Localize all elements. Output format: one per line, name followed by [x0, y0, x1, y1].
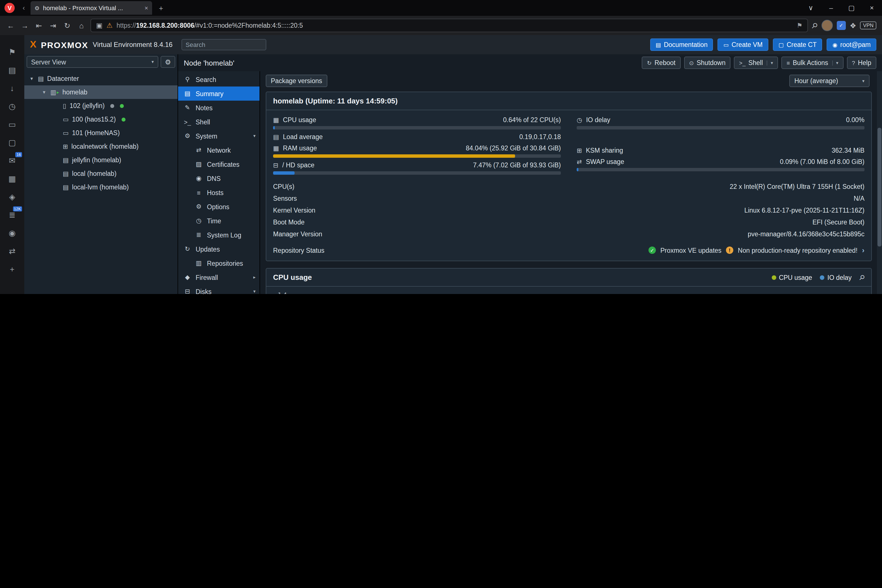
chevron-right-icon[interactable]: ›: [862, 246, 864, 254]
tree-item-local-homelab[interactable]: ▤local (homelab): [24, 167, 177, 180]
home-icon[interactable]: ⌂: [76, 21, 87, 30]
menu-item-summary[interactable]: ▤Summary: [178, 87, 260, 100]
menu-item-shell[interactable]: >_Shell: [178, 115, 260, 129]
sessions-icon[interactable]: ▭: [0, 116, 24, 134]
pve-search-input[interactable]: [182, 39, 266, 50]
search-icon[interactable]: ⚲: [810, 21, 820, 30]
menu-item-repositories[interactable]: ▥Repositories: [178, 256, 260, 270]
menu-item-disks[interactable]: ⊟Disks▾: [178, 284, 260, 294]
mail-icon[interactable]: ✉16: [0, 152, 24, 170]
vpn-badge[interactable]: VPN: [860, 21, 876, 29]
menu-item-certificates[interactable]: ▨Certificates: [178, 157, 260, 171]
tree-item-local-lvm-homelab[interactable]: ▤local-lvm (homelab): [24, 180, 177, 194]
vertical-scrollbar[interactable]: [877, 71, 882, 294]
tree-item-homelab[interactable]: ▾▥▸homelab: [24, 86, 177, 99]
reboot-button[interactable]: ↻ Reboot: [642, 57, 681, 69]
feeds-icon[interactable]: ◈: [0, 188, 24, 206]
create-vm-button[interactable]: ▭ Create VM: [718, 39, 768, 51]
tree-item-100-haos15-2[interactable]: ▭100 (haos15.2): [24, 112, 177, 126]
documentation-button[interactable]: ▤ Documentation: [650, 39, 713, 51]
package-versions-button[interactable]: Package versions: [266, 75, 327, 87]
web-panels-icon[interactable]: ▢: [0, 134, 24, 152]
bookmarks-icon[interactable]: ⚑: [0, 43, 24, 61]
sync-icon[interactable]: ⇄: [0, 242, 24, 260]
contacts-icon[interactable]: ◉: [0, 224, 24, 242]
vivaldi-menu-icon[interactable]: V: [4, 3, 15, 13]
menu-item-firewall[interactable]: ◆Firewall▸: [178, 270, 260, 284]
calendar-icon[interactable]: ▦: [0, 170, 24, 188]
bulk-actions-button[interactable]: ≡ Bulk Actions ▾: [782, 57, 843, 69]
tab-close-icon[interactable]: ×: [144, 4, 148, 11]
proxmox-logo: PROXMOX: [41, 40, 88, 50]
tree-item-102-jellyfin[interactable]: ▯102 (jellyfin): [24, 99, 177, 112]
add-web-panel-icon[interactable]: +: [0, 260, 24, 278]
menu-item-dns[interactable]: ◉DNS: [178, 171, 260, 186]
tracker-shield-icon[interactable]: ▣: [96, 21, 103, 29]
menu-item-system[interactable]: ⚙System▾: [178, 129, 260, 143]
chevron-down-icon[interactable]: ▾: [767, 60, 773, 65]
forward-icon[interactable]: →: [20, 21, 30, 30]
gauge-label-text: KSM sharing: [586, 147, 623, 154]
spacer: [577, 132, 864, 145]
menu-item-label: Search: [196, 76, 216, 83]
caret-down-icon[interactable]: ▾: [29, 76, 34, 81]
tasks-icon[interactable]: ≣12K: [0, 206, 24, 224]
caret-down-icon[interactable]: ▾: [253, 134, 255, 138]
menu-item-system-log[interactable]: ≣System Log: [178, 228, 260, 242]
new-tab-button[interactable]: +: [159, 4, 163, 12]
caret-down-icon[interactable]: ▾: [41, 89, 47, 95]
menu-item-network[interactable]: ⇄Network: [178, 143, 260, 157]
insecure-warning-icon[interactable]: ⚠: [106, 21, 113, 29]
url-field[interactable]: ▣ ⚠ https://192.168.8.200:8006/#v1:0:=no…: [90, 19, 808, 32]
proxmox-favicon: ⚙: [34, 5, 40, 11]
bookmark-icon[interactable]: ⚑: [796, 21, 802, 29]
caret-right-icon[interactable]: ▸: [253, 275, 255, 280]
menu-item-label: Hosts: [207, 189, 224, 196]
minimize-icon[interactable]: –: [821, 4, 841, 12]
rewind-icon[interactable]: ⇤: [34, 21, 44, 30]
chevron-down-icon[interactable]: ▾: [832, 60, 838, 65]
extensions-puzzle-icon[interactable]: ❖: [850, 21, 856, 30]
menu-item-hosts[interactable]: ≡Hosts: [178, 186, 260, 200]
tab-stack-dropdown-icon[interactable]: ∨: [801, 4, 821, 12]
kv-sensors: SensorsN/A: [273, 192, 864, 204]
menu-item-options[interactable]: ⚙Options: [178, 200, 260, 214]
shutdown-button[interactable]: ⊙ Shutdown: [684, 57, 730, 69]
maximize-icon[interactable]: ▢: [841, 4, 862, 12]
user-menu-button[interactable]: ◉ root@pam: [827, 39, 876, 51]
reload-icon[interactable]: ↻: [62, 21, 72, 30]
scrollbar-thumb[interactable]: [878, 128, 881, 246]
menu-item-notes[interactable]: ✎Notes: [178, 100, 260, 115]
tab-scroll-left-icon[interactable]: ‹: [22, 4, 25, 12]
reading-list-icon[interactable]: ▤: [0, 61, 24, 79]
kv-kernel-version: Kernel VersionLinux 6.8.12-17-pve (2025-…: [273, 204, 864, 216]
storage-icon: ▤: [63, 170, 69, 177]
monitor-icon: ▭: [723, 42, 729, 48]
menu-item-time[interactable]: ◷Time: [178, 214, 260, 228]
downloads-icon[interactable]: ↓: [0, 79, 24, 97]
chart-zoom-icon[interactable]: ⚲: [857, 273, 867, 282]
menu-item-updates[interactable]: ↻Updates: [178, 242, 260, 256]
profile-avatar[interactable]: [822, 20, 833, 31]
browser-tab[interactable]: ⚙ homelab - Proxmox Virtual ... ×: [30, 1, 152, 15]
create-ct-button[interactable]: ▢ Create CT: [773, 39, 822, 51]
help-button[interactable]: ? Help: [847, 57, 876, 69]
fast-forward-icon[interactable]: ⇥: [48, 21, 58, 30]
server-icon: ▤: [38, 75, 44, 82]
tree-settings-button[interactable]: ⚙: [160, 56, 175, 68]
back-icon[interactable]: ←: [6, 21, 16, 30]
view-mode-select[interactable]: Server View ▾: [27, 56, 158, 68]
tree-item-jellyfin-homelab[interactable]: ▤jellyfin (homelab): [24, 153, 177, 167]
shell-button[interactable]: >_ Shell ▾: [734, 57, 778, 69]
tree-item-datacenter[interactable]: ▾▤Datacenter: [24, 72, 177, 86]
summary-scroll-area[interactable]: homelab (Uptime: 11 days 14:59:05) ▦CPU …: [260, 90, 882, 294]
extension-shield-icon[interactable]: ✓: [837, 21, 846, 30]
menu-item-search[interactable]: ⚲Search: [178, 72, 260, 87]
close-icon[interactable]: ×: [862, 4, 882, 12]
time-range-select[interactable]: Hour (average) ▾: [789, 75, 870, 87]
tree-item-localnetwork-homelab[interactable]: ⊞localnetwork (homelab): [24, 140, 177, 153]
caret-down-icon[interactable]: ▾: [253, 289, 255, 294]
history-icon[interactable]: ◷: [0, 97, 24, 116]
tree-item-101-homenas[interactable]: ▭101 (HomeNAS): [24, 126, 177, 140]
proxmox-page: X PROXMOX Virtual Environment 8.4.16 ▤ D…: [24, 35, 882, 294]
